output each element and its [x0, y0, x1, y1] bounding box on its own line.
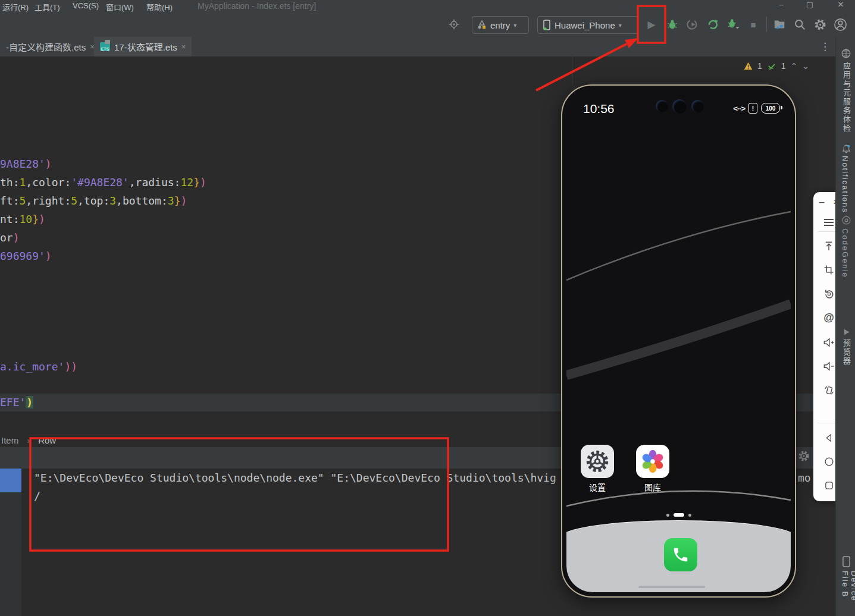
run-config-selector[interactable]: entry ▾ — [472, 16, 529, 34]
device-file-browser-icon[interactable] — [840, 555, 852, 567]
terminal-settings-gear-icon[interactable] — [798, 450, 810, 462]
attach-debugger-button[interactable] — [726, 17, 741, 32]
phone-app-icon[interactable] — [664, 538, 697, 571]
tab-state-management[interactable]: ETS 17-状态管理.ets × — [94, 37, 192, 56]
window-title: MyApplication - Index.ets [entry] — [198, 1, 316, 11]
device-label: Huawei_Phone — [555, 20, 615, 30]
page-indicator — [566, 513, 791, 517]
terminal-line: "E:\DevEco\DevEco Studio\tools\node\node… — [34, 470, 556, 486]
search-icon[interactable] — [793, 17, 807, 32]
settings-app-icon — [581, 445, 614, 478]
phone-emulator: 10:56 <··> ! 100 设置 — [561, 84, 796, 598]
close-button[interactable]: ✕ — [832, 0, 850, 9]
dock — [566, 520, 791, 592]
menu-tools[interactable]: 工具(T) — [35, 1, 60, 12]
breadcrumb-row[interactable]: Row — [38, 435, 56, 445]
menu-help[interactable]: 帮助(H) — [146, 1, 173, 12]
editor-tab-bar: -自定义构建函数.ets × ETS 17-状态管理.ets × — [0, 37, 835, 56]
right-tool-stripe: 应用与元服务体检 Notifications CodeGenie 预览器 Dev… — [835, 37, 855, 616]
warning-icon — [744, 62, 753, 70]
settings-gear-icon[interactable] — [813, 17, 827, 32]
app-settings[interactable]: 设置 — [581, 445, 614, 493]
account-icon[interactable] — [833, 17, 847, 32]
chevron-down-icon: ▾ — [619, 22, 622, 29]
profiler-button[interactable] — [685, 17, 700, 32]
home-indicator — [638, 586, 705, 588]
app-service-check-icon[interactable] — [840, 48, 852, 59]
stop-button[interactable]: ■ — [746, 17, 760, 32]
phone-screen[interactable]: 10:56 <··> ! 100 设置 — [566, 90, 791, 592]
notifications-bell-icon[interactable] — [840, 143, 852, 155]
run-config-label: entry — [490, 20, 510, 30]
project-structure-icon[interactable] — [772, 17, 787, 32]
maximize-button[interactable]: ▢ — [801, 0, 819, 9]
inspections-widget[interactable]: 1 1 ⌃ ⌄ — [744, 61, 809, 71]
tool-label-device-file-browser[interactable]: Device File B — [841, 571, 855, 616]
tab-custom-builder[interactable]: -自定义构建函数.ets × — [0, 37, 101, 56]
toolbar-divider — [766, 17, 767, 32]
prev-issue-icon[interactable]: ⌃ — [791, 61, 798, 71]
module-icon — [477, 20, 487, 30]
menu-window[interactable]: 窗口(W) — [106, 1, 134, 12]
app-gallery[interactable]: 图库 — [636, 445, 669, 493]
breadcrumb-item[interactable]: Item — [1, 435, 18, 445]
tool-label-notifications[interactable]: Notifications — [841, 156, 850, 213]
tool-label-codegenie[interactable]: CodeGenie — [841, 228, 850, 278]
device-selector[interactable]: Huawei_Phone ▾ — [537, 16, 638, 34]
title-bar: 运行(R) 工具(T) VCS(S) 窗口(W) 帮助(H) MyApplica… — [0, 0, 855, 12]
run-button[interactable]: ▶ — [644, 17, 659, 32]
terminal-line-continuation: mo — [798, 470, 811, 486]
menu-vcs[interactable]: VCS(S) — [73, 1, 99, 10]
chevron-down-icon: ▾ — [513, 22, 516, 29]
previewer-icon[interactable] — [840, 326, 852, 338]
phone-device-icon — [543, 20, 551, 30]
app-label: 图库 — [636, 481, 669, 493]
gallery-app-icon — [636, 445, 669, 478]
tool-label-app-check[interactable]: 应用与元服务体检 — [841, 62, 852, 133]
codegenie-icon[interactable] — [840, 214, 852, 226]
breadcrumb-separator: › — [27, 435, 30, 445]
ide-window: 运行(R) 工具(T) VCS(S) 窗口(W) 帮助(H) MyApplica… — [0, 0, 855, 616]
run-tool-selected-button[interactable] — [0, 469, 21, 492]
ets-file-icon: ETS — [100, 42, 110, 51]
app-label: 设置 — [581, 481, 614, 493]
wallpaper-curves — [566, 90, 791, 592]
ok-check-icon — [767, 62, 776, 70]
rerun-button[interactable] — [706, 17, 720, 32]
warning-count: 1 — [757, 61, 762, 71]
tab-label: -自定义构建函数.ets — [6, 40, 86, 53]
tool-label-previewer[interactable]: 预览器 — [841, 339, 852, 366]
next-issue-icon[interactable]: ⌄ — [802, 61, 809, 71]
close-icon[interactable]: × — [181, 42, 186, 51]
debug-button[interactable] — [665, 17, 679, 32]
main-toolbar: entry ▾ Huawei_Phone ▾ ▶ ■ — [0, 12, 855, 37]
tab-label: 17-状态管理.ets — [114, 40, 177, 53]
kebab-menu-icon[interactable]: ⋮ — [820, 40, 830, 53]
terminal-line: / — [34, 488, 40, 505]
attach-target-icon[interactable] — [447, 17, 461, 32]
ok-count: 1 — [781, 61, 786, 71]
menu-run[interactable]: 运行(R) — [2, 1, 29, 12]
minimize-button[interactable]: – — [772, 0, 790, 9]
